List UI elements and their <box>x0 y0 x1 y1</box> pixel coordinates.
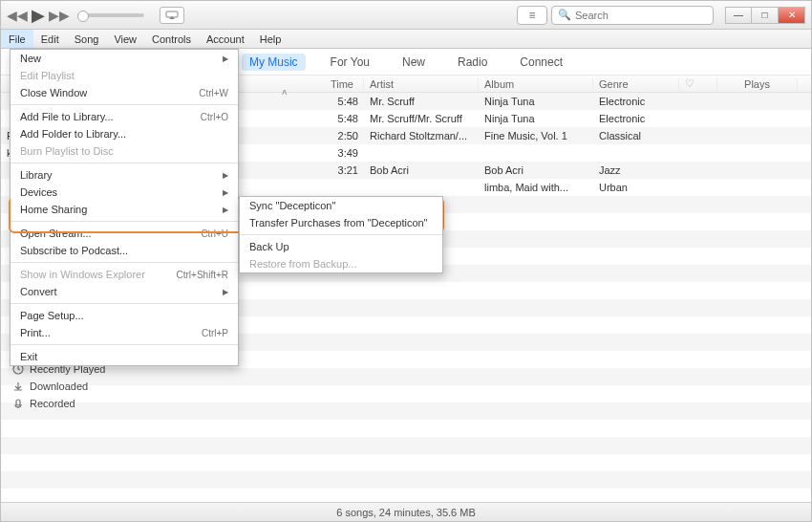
search-field[interactable]: 🔍 <box>551 6 714 25</box>
file-convert[interactable]: Convert <box>11 283 238 300</box>
tab-for-you[interactable]: For You <box>323 54 377 71</box>
airplay-icon <box>165 11 179 20</box>
status-bar: 6 songs, 24 minutes, 35.6 MB <box>1 502 811 521</box>
file-edit-playlist: Edit Playlist <box>11 67 238 84</box>
col-love[interactable]: ♡ <box>679 77 717 90</box>
cell-album: Bob Acri <box>479 164 593 176</box>
menu-controls[interactable]: Controls <box>144 30 199 48</box>
menu-account[interactable]: Account <box>199 30 252 48</box>
sidebar-item-downloaded[interactable]: Downloaded <box>12 378 106 395</box>
cell-album: Ninja Tuna <box>479 96 593 107</box>
sidebar-item-recorded[interactable]: Recorded <box>12 395 106 412</box>
cell-time: 5:48 <box>307 96 364 107</box>
file-exit[interactable]: Exit <box>11 348 238 365</box>
file-page-setup[interactable]: Page Setup... <box>11 307 238 324</box>
tab-my-music[interactable]: My Music <box>242 54 306 71</box>
devices-backup[interactable]: Back Up <box>240 238 442 255</box>
col-genre[interactable]: Genre <box>593 78 679 90</box>
file-burn-playlist: Burn Playlist to Disc <box>11 142 238 160</box>
search-input[interactable] <box>575 10 707 21</box>
mic-icon <box>12 398 24 409</box>
devices-restore-backup: Restore from Backup... <box>240 255 442 272</box>
menu-bar: File Edit Song View Controls Account Hel… <box>1 30 811 49</box>
cell-time: 2:50 <box>307 130 364 141</box>
col-album[interactable]: Album <box>479 78 593 90</box>
file-subscribe-podcast[interactable]: Subscribe to Podcast... <box>11 242 238 259</box>
devices-sync[interactable]: Sync "Decepticon" <box>240 197 442 214</box>
cell-time: 5:48 <box>307 113 364 124</box>
volume-slider[interactable] <box>77 13 144 17</box>
file-close-window[interactable]: Close WindowCtrl+W <box>11 84 238 101</box>
sidebar-partial: Recently Played Downloaded Recorded <box>12 360 106 412</box>
file-home-sharing[interactable]: Home Sharing <box>11 201 238 218</box>
cell-genre: Electronic <box>593 113 679 124</box>
menu-file[interactable]: File <box>1 30 33 48</box>
file-new[interactable]: New <box>11 50 238 67</box>
cell-artist: Richard Stoltzman/... <box>364 130 479 141</box>
file-print[interactable]: Print...Ctrl+P <box>11 324 238 341</box>
menu-song[interactable]: Song <box>67 30 107 48</box>
cell-artist: Mr. Scruff/Mr. Scruff <box>364 113 479 124</box>
tab-new[interactable]: New <box>395 54 433 71</box>
cell-album: Ninja Tuna <box>479 113 593 124</box>
window-close-button[interactable]: ✕ <box>779 7 805 24</box>
cell-genre: Urban <box>593 182 679 193</box>
download-icon <box>12 381 24 392</box>
devices-transfer-purchases[interactable]: Transfer Purchases from "Decepticon" <box>240 214 442 231</box>
file-open-stream[interactable]: Open Stream...Ctrl+U <box>11 225 238 242</box>
file-library[interactable]: Library <box>11 166 238 184</box>
file-devices[interactable]: Devices <box>11 184 238 201</box>
itunes-window: ◀◀ ▶ ▶▶ ≡ 🔍 — □ ✕ File Edit Song View Co… <box>0 0 812 522</box>
search-icon: 🔍 <box>558 9 571 21</box>
tab-connect[interactable]: Connect <box>512 54 570 71</box>
play-button[interactable]: ▶ <box>28 5 49 26</box>
heart-icon: ♡ <box>685 77 694 89</box>
col-plays[interactable]: Plays <box>717 78 798 90</box>
file-dropdown-menu: New Edit Playlist Close WindowCtrl+W Add… <box>10 49 239 366</box>
file-show-explorer: Show in Windows ExplorerCtrl+Shift+R <box>11 266 238 283</box>
window-maximize-button[interactable]: □ <box>752 7 779 24</box>
devices-submenu: Sync "Decepticon" Transfer Purchases fro… <box>239 196 443 273</box>
cell-genre: Classical <box>593 130 679 141</box>
cell-artist: Mr. Scruff <box>364 96 479 107</box>
cell-time: 3:49 <box>307 147 364 159</box>
menu-help[interactable]: Help <box>252 30 289 48</box>
window-minimize-button[interactable]: — <box>725 7 752 24</box>
next-track-button[interactable]: ▶▶ <box>49 5 70 26</box>
status-text: 6 songs, 24 minutes, 35.6 MB <box>336 507 476 518</box>
sort-caret-icon: ᴧ <box>282 87 287 97</box>
col-time[interactable]: Time <box>307 78 364 90</box>
cell-album: limba, Maid with... <box>479 182 593 193</box>
col-artist[interactable]: Artist <box>364 78 479 90</box>
cell-album: Fine Music, Vol. 1 <box>479 130 593 141</box>
file-add-file[interactable]: Add File to Library...Ctrl+O <box>11 108 238 125</box>
cell-artist: Bob Acri <box>364 164 479 176</box>
menu-edit[interactable]: Edit <box>33 30 67 48</box>
menu-view[interactable]: View <box>106 30 144 48</box>
svg-rect-2 <box>16 400 20 405</box>
tab-radio[interactable]: Radio <box>450 54 495 71</box>
cell-time: 3:21 <box>307 164 364 176</box>
file-add-folder[interactable]: Add Folder to Library... <box>11 125 238 142</box>
cell-genre: Electronic <box>593 96 679 107</box>
list-view-button[interactable]: ≡ <box>517 6 547 25</box>
cell-genre: Jazz <box>593 164 679 176</box>
airplay-button[interactable] <box>160 7 184 24</box>
previous-track-button[interactable]: ◀◀ <box>7 5 28 26</box>
playback-bar: ◀◀ ▶ ▶▶ ≡ 🔍 — □ ✕ <box>1 1 811 30</box>
